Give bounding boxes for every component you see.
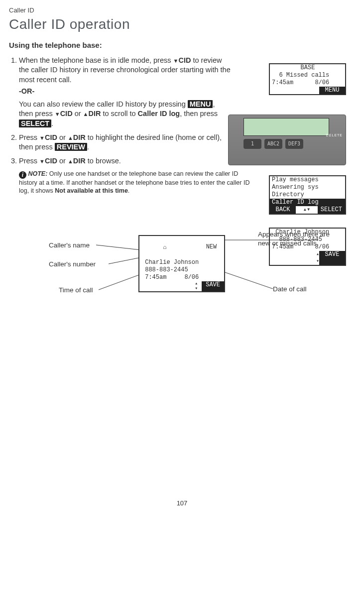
phone-base-photo: 1 ABC2 DEF3 DELETE xyxy=(228,115,346,165)
dir-key: DIR xyxy=(88,110,101,118)
note-block: i NOTE: Only use one handset or the tele… xyxy=(19,170,253,195)
text: or xyxy=(73,110,83,118)
softkey-menu: MENU xyxy=(319,87,345,94)
dir-key: DIR xyxy=(73,133,86,141)
text: Press xyxy=(19,157,39,165)
section-subhead: Using the telephone base: xyxy=(9,40,355,50)
cid-key: CID xyxy=(60,110,73,118)
lcd-line: 888-883-2445 xyxy=(139,266,224,274)
info-icon: i xyxy=(19,171,26,179)
text: or xyxy=(57,133,68,141)
keypad-3: DEF3 xyxy=(285,139,303,149)
text: . xyxy=(87,143,89,151)
caller-id-log-text: Caller ID log xyxy=(138,110,180,118)
note-body: Only use one handset or the telephone ba… xyxy=(19,170,249,194)
menu-pill: MENU xyxy=(188,100,213,108)
lcd-line: Answering sys xyxy=(270,184,345,191)
note-not-available: Not available at this time xyxy=(55,187,128,194)
delete-label: DELETE xyxy=(326,133,343,137)
softkey-back: BACK xyxy=(270,206,296,214)
annotated-lcd-diagram: Caller's name Caller's number Time of ca… xyxy=(9,230,355,330)
softkey-save: SAVE xyxy=(202,281,224,291)
page-title: Caller ID operation xyxy=(9,15,355,34)
arrows-icon: ▴▾ xyxy=(193,281,200,291)
cid-key: CID xyxy=(45,133,57,141)
svg-line-0 xyxy=(96,245,141,250)
lcd-screenshot-menu: Play messages Answering sys Directory Ca… xyxy=(269,175,346,215)
cid-key: CID xyxy=(178,56,191,64)
lcd-screenshot-base-idle: BASE 6 Missed calls 7:45am 8/06 MENU xyxy=(269,63,346,95)
svg-line-1 xyxy=(109,257,141,264)
svg-line-5 xyxy=(225,272,273,289)
softkey-select: SELECT xyxy=(318,206,345,214)
down-triangle-icon xyxy=(173,56,179,64)
down-triangle-icon xyxy=(39,157,45,165)
step-1-alt: You can also review the caller ID histor… xyxy=(19,100,228,129)
step-2: Press CID or DIR to highlight the desire… xyxy=(19,133,228,152)
lcd-new-indicator: ⌂ NEW xyxy=(139,236,224,259)
lcd-line: Play messages xyxy=(270,176,345,184)
lcd-line: BASE xyxy=(270,64,345,72)
label-new-indicator: Appears when there are new or missed cal… xyxy=(258,230,338,248)
label-callers-name: Caller's name xyxy=(49,241,90,250)
label-time-of-call: Time of call xyxy=(59,286,93,295)
lcd-line: 7:45am 8/06 xyxy=(270,79,345,87)
label-callers-number: Caller's number xyxy=(49,260,96,269)
up-triangle-icon xyxy=(68,133,73,141)
text: When the telephone base is in idle mode,… xyxy=(19,56,173,64)
text: to browse. xyxy=(86,157,121,165)
label-date-of-call: Date of call xyxy=(273,285,307,294)
or-divider: -OR- xyxy=(19,87,233,97)
text: to scroll to xyxy=(101,110,137,118)
lcd-line-highlighted: Caller ID log xyxy=(270,199,345,206)
lcd-line: NEW xyxy=(166,243,217,250)
up-triangle-icon xyxy=(68,157,73,165)
text: . xyxy=(128,187,129,194)
review-pill: REVIEW xyxy=(55,143,87,151)
lcd-line: Charlie Johnson xyxy=(139,259,224,266)
breadcrumb: Caller ID xyxy=(9,6,355,15)
text: Press xyxy=(19,133,39,141)
keypad-1: 1 xyxy=(243,139,261,149)
lcd-screenshot-annotated: ⌂ NEW Charlie Johnson 888-883-2445 7:45a… xyxy=(138,235,225,292)
page-number: 107 xyxy=(9,499,355,508)
text: You can also review the caller ID histor… xyxy=(19,100,188,108)
arrows-icon: ▴▾ xyxy=(296,206,318,214)
text: . xyxy=(51,119,53,127)
up-triangle-icon xyxy=(83,110,89,118)
phone-screen xyxy=(243,118,329,136)
lcd-line: 6 Missed calls xyxy=(270,72,345,79)
down-triangle-icon xyxy=(39,133,45,141)
step-1: When the telephone base is in idle mode,… xyxy=(19,56,233,129)
lcd-line: 7:45am 8/06 xyxy=(139,274,224,281)
keypad-2: ABC2 xyxy=(264,139,282,149)
note-label: NOTE: xyxy=(28,170,47,177)
cid-key: CID xyxy=(45,157,57,165)
text: or xyxy=(57,157,68,165)
lcd-line: Directory xyxy=(270,191,345,199)
dir-key: DIR xyxy=(73,157,86,165)
select-pill: SELECT xyxy=(19,119,51,127)
down-triangle-icon xyxy=(55,110,60,118)
text: , then press xyxy=(180,110,218,118)
